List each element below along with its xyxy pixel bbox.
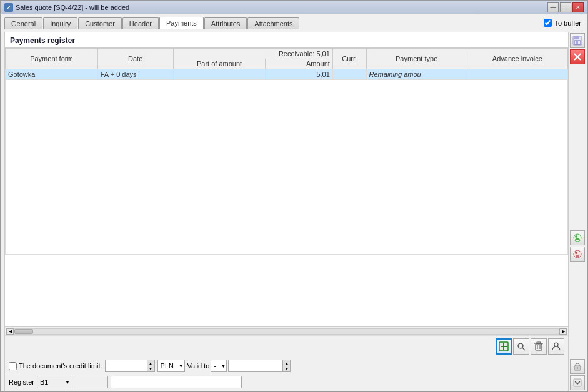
tab-payments[interactable]: Payments (159, 17, 204, 29)
action-red-button[interactable] (570, 247, 585, 262)
payments-table: Payment form Date Receivable: 5,01 Curr.… (5, 48, 568, 255)
svg-rect-7 (537, 342, 541, 343)
currency-select-wrapper: PLN ▼ (157, 360, 185, 372)
search-payment-button[interactable] (513, 338, 529, 355)
svg-point-20 (575, 252, 577, 254)
title-bar: Z Sales quote [SQ-4/22] - will be added … (1, 1, 587, 14)
col-curr: Curr. (332, 49, 366, 69)
app-icon: Z (4, 3, 13, 12)
valid-to-area: Valid to - ▼ 27.10.2022 ▲ ▼ (187, 360, 291, 372)
svg-point-10 (554, 343, 558, 346)
lock-button[interactable] (570, 359, 585, 374)
date-spin-down[interactable]: ▼ (282, 366, 290, 371)
tab-bar: General Inquiry Customer Header Payments… (4, 17, 544, 29)
col-receivable: Receivable: 5,01 (173, 49, 332, 59)
svg-rect-14 (576, 41, 578, 44)
credit-limit-spinners: ▲ ▼ (147, 360, 154, 371)
register-number-input[interactable]: 1222233444- (111, 376, 242, 388)
tab-inquiry[interactable]: Inquiry (43, 17, 77, 29)
register-label: Register (9, 378, 34, 386)
scrollbar-track (14, 328, 559, 335)
svg-point-3 (518, 343, 523, 348)
date-spin-up[interactable]: ▲ (282, 360, 290, 366)
date-spinners: ▲ ▼ (282, 360, 290, 371)
table-row[interactable]: Gotówka FA + 0 days 5,01 Remaining amou (6, 69, 568, 80)
tab-attributes[interactable]: Attributes (204, 17, 247, 29)
svg-rect-12 (574, 36, 579, 39)
payments-table-container: Payment form Date Receivable: 5,01 Curr.… (5, 47, 568, 326)
save-button[interactable] (570, 33, 585, 48)
customer-payment-button[interactable] (548, 338, 564, 355)
col-part-of-amount: Part of amount (173, 59, 266, 69)
cell-amount: 5,01 (266, 69, 332, 80)
payments-toolbar (5, 335, 568, 357)
delete-payment-button[interactable] (531, 338, 547, 355)
credit-limit-label: The document's credit limit: (19, 362, 102, 370)
cell-part-of-amount (173, 69, 266, 80)
cell-payment-type: Remaining amou (366, 69, 467, 80)
payments-register-title: Payments register (5, 32, 568, 47)
valid-to-label: Valid to (187, 362, 210, 370)
to-buffer-label: To buffer (554, 19, 581, 27)
scroll-left-button[interactable]: ◀ (6, 328, 14, 335)
svg-point-18 (575, 235, 577, 238)
credit-limit-row: The document's credit limit: 0,00 ▲ ▼ PL… (5, 357, 568, 375)
date-input[interactable]: 27.10.2022 (228, 360, 291, 372)
cell-payment-form: Gotówka (6, 69, 98, 80)
maximize-button[interactable]: □ (560, 2, 571, 12)
credit-limit-input-wrapper: 0,00 ▲ ▼ (105, 360, 155, 372)
svg-point-23 (577, 367, 578, 368)
currency-select[interactable]: PLN (157, 360, 185, 372)
date-input-wrapper: 27.10.2022 ▲ ▼ (228, 360, 291, 372)
valid-to-select-wrapper: - ▼ (211, 360, 227, 372)
col-advance-invoice: Advance invoice (467, 49, 567, 69)
svg-point-19 (574, 250, 581, 258)
add-payment-button[interactable] (496, 338, 512, 355)
register-select[interactable]: B1 (37, 376, 71, 388)
navigate-button[interactable] (570, 375, 585, 390)
register-row: Register B1 ▼ PKU 1222233444- (5, 375, 568, 391)
col-payment-type: Payment type (366, 49, 467, 69)
valid-to-select[interactable]: - (211, 360, 227, 372)
scroll-right-button[interactable]: ▶ (559, 328, 567, 335)
col-payment-form: Payment form (6, 49, 98, 69)
col-date: Date (97, 49, 173, 69)
credit-limit-checkbox-area: The document's credit limit: (9, 362, 102, 370)
svg-rect-24 (574, 379, 581, 386)
scrollbar-thumb[interactable] (14, 329, 33, 334)
credit-limit-spin-up[interactable]: ▲ (147, 360, 154, 366)
tab-header[interactable]: Header (122, 17, 159, 29)
cell-date: FA + 0 days (97, 69, 173, 80)
right-sidebar (570, 32, 587, 391)
cell-advance-invoice (467, 69, 567, 80)
to-buffer-area: To buffer (544, 19, 584, 29)
credit-limit-checkbox[interactable] (9, 362, 17, 370)
tab-customer[interactable]: Customer (78, 17, 122, 29)
col-amount: Amount (266, 59, 332, 69)
cell-curr (332, 69, 366, 80)
register-select-wrapper: B1 ▼ (37, 376, 71, 388)
window-title: Sales quote [SQ-4/22] - will be added (16, 4, 129, 11)
title-bar-controls: — □ ✕ (547, 2, 584, 12)
action-green-button[interactable] (570, 230, 585, 245)
svg-rect-5 (536, 344, 542, 350)
horizontal-scrollbar[interactable]: ◀ ▶ (5, 326, 568, 335)
tab-attachments[interactable]: Attachments (247, 17, 299, 29)
minimize-button[interactable]: — (547, 2, 559, 12)
register-code-input[interactable]: PKU (74, 376, 108, 388)
cancel-button[interactable] (570, 49, 585, 64)
credit-limit-spin-down[interactable]: ▼ (147, 366, 154, 371)
to-buffer-checkbox[interactable] (544, 19, 552, 27)
tab-general[interactable]: General (4, 17, 42, 29)
svg-line-4 (522, 348, 525, 350)
close-button[interactable]: ✕ (572, 2, 584, 12)
